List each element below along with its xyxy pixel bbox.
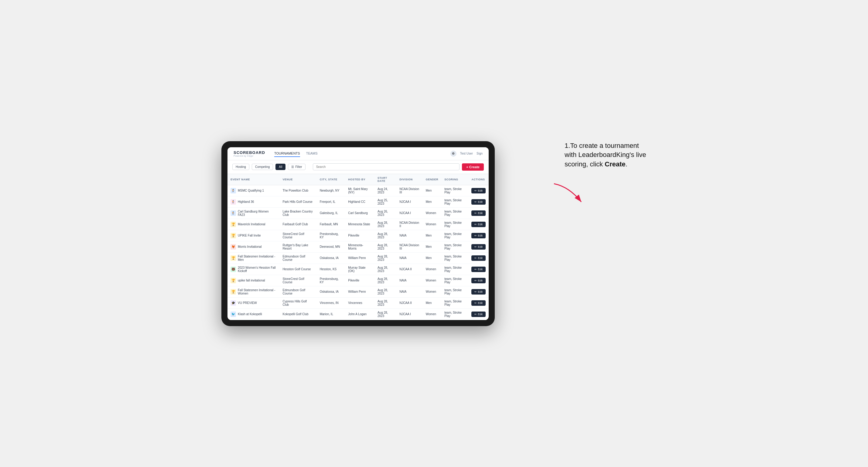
cell-venue: StoneCrest Golf Course xyxy=(280,275,317,286)
col-scoring: SCORING xyxy=(441,174,468,185)
search-input[interactable] xyxy=(313,163,460,170)
settings-icon[interactable]: ⚙ xyxy=(451,151,457,157)
edit-button[interactable]: ✏ Edit xyxy=(471,278,486,283)
header-right: ⚙ Test User Sign xyxy=(451,151,483,157)
col-venue: VENUE xyxy=(280,174,317,185)
cell-actions: ✏ Edit xyxy=(468,185,489,196)
col-event-name: EVENT NAME xyxy=(227,174,280,185)
cell-venue: Faribault Golf Club xyxy=(280,219,317,230)
cell-event-name: 🏆 UPIKE Fall Invite xyxy=(227,230,280,241)
cell-start-date: Aug 28, 2023 xyxy=(374,309,396,320)
cell-gender: Women xyxy=(423,309,442,320)
cell-venue: StoneCrest Golf Course xyxy=(280,230,317,241)
event-name-text: upike fall invitational xyxy=(238,279,265,282)
edit-label: Edit xyxy=(478,268,483,271)
toolbar: Hosting Competing All ☰ Filter + Create xyxy=(227,160,489,174)
edit-button[interactable]: ✏ Edit xyxy=(471,233,486,238)
col-division: DIVISION xyxy=(396,174,423,185)
edit-button[interactable]: ✏ Edit xyxy=(471,199,486,205)
events-table: EVENT NAME VENUE CITY, STATE HOSTED BY S… xyxy=(227,174,489,320)
cell-scoring: team, Stroke Play xyxy=(441,297,468,309)
table-row: 🏆 Fall Statesmen Invitational - Men Edmu… xyxy=(227,252,489,263)
table-row: 🏌 Highland 36 Park Hills Golf Course Fre… xyxy=(227,196,489,207)
edit-button[interactable]: ✏ Edit xyxy=(471,222,486,227)
page-wrapper: SCOREBOARD Powered by Clippr TOURNAMENTS… xyxy=(221,141,647,326)
cell-event-name: 🐦 Klash at Kokopelli xyxy=(227,309,280,320)
cell-division: NCAA Division III xyxy=(396,241,423,252)
cell-division: NJCAA I xyxy=(396,207,423,219)
cell-venue: Ruttger's Bay Lake Resort xyxy=(280,241,317,252)
cell-actions: ✏ Edit xyxy=(468,230,489,241)
event-name-text: Maverick Invitational xyxy=(238,223,266,226)
event-name-text: Fall Statesmen Invitational - Men xyxy=(238,255,277,261)
cell-event-name: 🐻 2023 Women's Hesston Fall Kickoff xyxy=(227,263,280,275)
pencil-icon: ✏ xyxy=(474,313,477,316)
cell-actions: ✏ Edit xyxy=(468,263,489,275)
edit-button[interactable]: ✏ Edit xyxy=(471,188,486,193)
tab-teams[interactable]: TEAMS xyxy=(306,150,318,157)
cell-start-date: Aug 28, 2023 xyxy=(374,230,396,241)
table-row: 🐦 Klash at Kokopelli Kokopelli Golf Club… xyxy=(227,309,489,320)
team-icon: 🏆 xyxy=(230,222,236,227)
pencil-icon: ✏ xyxy=(474,290,477,293)
cell-city-state: Vincennes, IN xyxy=(317,297,345,309)
pencil-icon: ✏ xyxy=(474,189,477,192)
cell-hosted-by: William Penn xyxy=(345,286,374,297)
cell-event-name: 🦊 Morris Invitational xyxy=(227,241,280,252)
edit-button[interactable]: ✏ Edit xyxy=(471,300,486,306)
header-sign[interactable]: Sign xyxy=(476,152,483,155)
cell-scoring: team, Stroke Play xyxy=(441,252,468,263)
cell-division: NJCAA I xyxy=(396,309,423,320)
team-icon: 🐻 xyxy=(230,267,236,272)
edit-label: Edit xyxy=(478,212,483,215)
edit-button[interactable]: ✏ Edit xyxy=(471,211,486,216)
cell-gender: Men xyxy=(423,196,442,207)
event-name-text: MSMC Qualifying 1 xyxy=(238,189,264,192)
cell-actions: ✏ Edit xyxy=(468,219,489,230)
col-gender: GENDER xyxy=(423,174,442,185)
filter-label: Filter xyxy=(295,165,302,168)
event-name-text: Fall Statesmen Invitational - Women xyxy=(238,288,277,295)
cell-start-date: Aug 28, 2023 xyxy=(374,263,396,275)
table-header: EVENT NAME VENUE CITY, STATE HOSTED BY S… xyxy=(227,174,489,185)
cell-hosted-by: Mt. Saint Mary (NY) xyxy=(345,185,374,196)
cell-city-state: Galesburg, IL xyxy=(317,207,345,219)
team-icon: 🏌 xyxy=(230,188,236,193)
col-start-date: START DATE xyxy=(374,174,396,185)
cell-scoring: team, Stroke Play xyxy=(441,196,468,207)
cell-scoring: team, Stroke Play xyxy=(441,309,468,320)
cell-start-date: Aug 28, 2023 xyxy=(374,275,396,286)
edit-button[interactable]: ✏ Edit xyxy=(471,312,486,317)
cell-venue: Hesston Golf Course xyxy=(280,263,317,275)
filter-button[interactable]: ☰ Filter xyxy=(288,164,305,170)
cell-venue: Kokopelli Golf Club xyxy=(280,309,317,320)
hosting-button[interactable]: Hosting xyxy=(232,164,249,170)
edit-button[interactable]: ✏ Edit xyxy=(471,255,486,261)
pencil-icon: ✏ xyxy=(474,223,477,226)
create-button[interactable]: + Create xyxy=(462,163,484,170)
cell-event-name: 🏆 Fall Statesmen Invitational - Men xyxy=(227,252,280,263)
edit-label: Edit xyxy=(478,290,483,293)
event-name-text: Morris Invitational xyxy=(238,245,261,248)
cell-actions: ✏ Edit xyxy=(468,196,489,207)
edit-label: Edit xyxy=(478,302,483,305)
cell-actions: ✏ Edit xyxy=(468,207,489,219)
edit-button[interactable]: ✏ Edit xyxy=(471,267,486,272)
cell-hosted-by: Pikeville xyxy=(345,230,374,241)
cell-division: NJCAA I xyxy=(396,196,423,207)
cell-gender: Men xyxy=(423,230,442,241)
competing-button[interactable]: Competing xyxy=(252,164,273,170)
logo-area: SCOREBOARD Powered by Clippr xyxy=(234,150,265,157)
edit-button[interactable]: ✏ Edit xyxy=(471,289,486,294)
table-row: 🐻 2023 Women's Hesston Fall Kickoff Hess… xyxy=(227,263,489,275)
tab-tournaments[interactable]: TOURNAMENTS xyxy=(274,150,300,157)
cell-city-state: Marion, IL xyxy=(317,309,345,320)
table-row: 🏌 Carl Sandburg Women FA23 Lake Bracken … xyxy=(227,207,489,219)
all-button[interactable]: All xyxy=(276,164,285,170)
cell-actions: ✏ Edit xyxy=(468,286,489,297)
logo-text: SCOREBOARD xyxy=(234,150,265,155)
cell-scoring: team, Stroke Play xyxy=(441,286,468,297)
edit-button[interactable]: ✏ Edit xyxy=(471,244,486,250)
header-row: EVENT NAME VENUE CITY, STATE HOSTED BY S… xyxy=(227,174,489,185)
annotation-after: . xyxy=(626,160,627,168)
